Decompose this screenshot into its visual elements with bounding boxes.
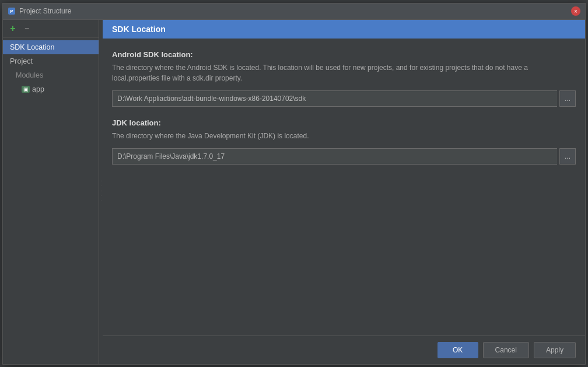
nav-item-project[interactable]: Project [3,54,99,68]
nav-tree: SDK Location Project Modules ▣ app [3,38,99,364]
jdk-section: JDK location: The directory where the Ja… [112,118,576,165]
project-structure-dialog: P Project Structure × + − SDK Location P… [2,3,586,365]
nav-item-label: Modules [16,71,43,79]
apply-button[interactable]: Apply [534,342,576,358]
dialog-title: Project Structure [19,7,571,15]
android-sdk-title: Android SDK location: [112,50,576,59]
nav-item-modules[interactable]: Modules [3,68,99,82]
cancel-button[interactable]: Cancel [483,342,529,358]
panel-title: SDK Location [112,25,166,34]
title-bar: P Project Structure × [3,4,585,20]
jdk-path-input[interactable] [112,148,557,165]
svg-text:P: P [10,9,13,14]
nav-item-app[interactable]: ▣ app [3,82,99,96]
ok-button[interactable]: OK [438,342,478,358]
module-icon: ▣ [22,86,30,93]
jdk-browse-button[interactable]: ... [559,148,576,165]
android-sdk-path-input[interactable] [112,90,557,107]
android-sdk-description: The directory where the Android SDK is l… [112,62,576,83]
panel-header: SDK Location [103,20,585,39]
left-panel: + − SDK Location Project Modules ▣ app [3,20,99,364]
android-sdk-section: Android SDK location: The directory wher… [112,50,576,107]
remove-button[interactable]: − [22,23,32,34]
nav-item-sdk-location[interactable]: SDK Location [3,40,99,54]
right-panel: SDK Location Android SDK location: The d… [103,20,585,364]
app-icon: P [8,7,16,15]
dialog-footer: OK Cancel Apply [103,335,585,364]
nav-item-label: SDK Location [10,43,54,51]
close-button[interactable]: × [571,6,580,16]
nav-item-label: Project [10,57,33,65]
jdk-input-row: ... [112,148,576,165]
jdk-title: JDK location: [112,118,576,127]
panel-content: Android SDK location: The directory wher… [103,39,585,335]
android-sdk-input-row: ... [112,90,576,107]
add-button[interactable]: + [8,23,18,34]
nav-item-label: app [32,85,44,93]
dialog-body: + − SDK Location Project Modules ▣ app [3,20,585,364]
toolbar: + − [3,20,99,38]
android-sdk-browse-button[interactable]: ... [559,90,576,107]
jdk-description: The directory where the Java Development… [112,131,576,141]
